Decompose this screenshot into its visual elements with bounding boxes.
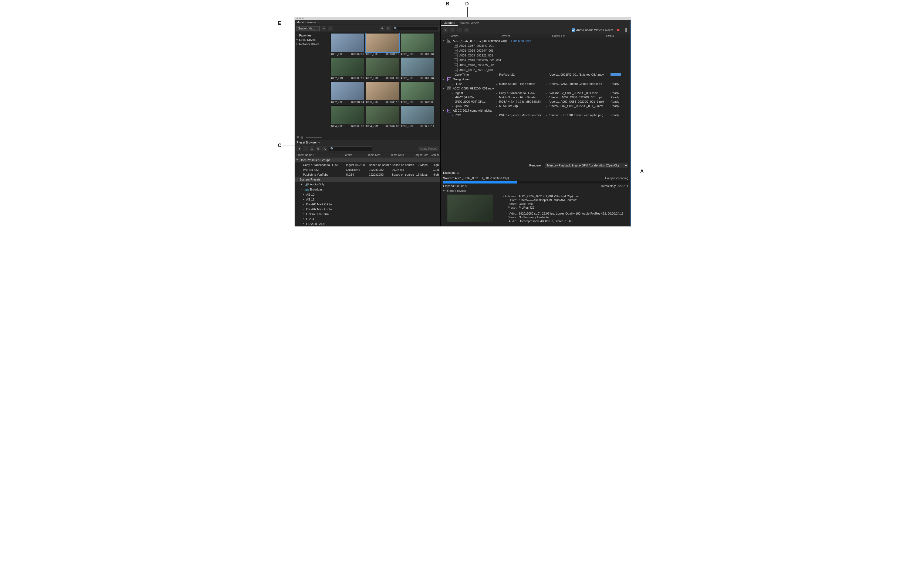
chevron-down-icon[interactable]: ⌄ xyxy=(495,82,498,85)
renderer-select[interactable]: Mercury Playback Engine GPU Acceleration… xyxy=(545,163,629,168)
queue-output[interactable]: ⌄Ingest⌄Copy & transcode to H.264⌄/Volum… xyxy=(441,91,630,95)
preset-row[interactable]: ProRes 422QuickTime1920x108029.97 fps–Cu… xyxy=(295,167,440,172)
tree-network-drives[interactable]: ▸Network Drives xyxy=(296,42,328,46)
tree-local-drives[interactable]: ▸Local Drives xyxy=(296,38,328,42)
chevron-down-icon[interactable]: ⌄ xyxy=(451,96,454,99)
queue-source[interactable]: ▭A002_C052_0922T7_001 xyxy=(441,68,630,73)
media-thumb[interactable]: A002_C05...00:00:03:04 xyxy=(401,57,434,80)
settings-button[interactable]: ⚙ xyxy=(450,28,455,32)
chevron-down-icon[interactable]: ⌄ xyxy=(545,100,548,103)
preset-subitem[interactable]: ▸AS-11 xyxy=(295,197,440,202)
chevron-down-icon[interactable]: ⌄ xyxy=(451,73,454,76)
chevron-down-icon[interactable]: ⌄ xyxy=(545,104,548,107)
queue-output[interactable]: ⌄HEVC (H.265)⌄Match Source - High Bitrat… xyxy=(441,95,630,99)
back-button[interactable]: ← xyxy=(321,26,326,31)
queue-item[interactable]: ▾🎬A002_C086_09220G_001.mov xyxy=(441,86,630,91)
queue-item[interactable]: ▾AeAE CC 2017 comp with alpha xyxy=(441,108,630,113)
chevron-down-icon[interactable]: ⌄ xyxy=(495,100,498,103)
import-preset-button[interactable]: ↘ xyxy=(322,146,327,151)
panel-menu-icon[interactable]: ≡ xyxy=(318,21,319,24)
thumb-view-icon[interactable]: ▦ xyxy=(300,136,303,139)
output-preview-toggle[interactable]: ▾ Output Preview xyxy=(441,188,630,194)
queue-item[interactable]: ▾PrGoing Home xyxy=(441,77,630,82)
zoom-dot[interactable] xyxy=(302,17,303,19)
panel-menu-icon[interactable]: ≡ xyxy=(453,21,455,24)
forward-button[interactable]: → xyxy=(328,26,333,31)
preset-subitem[interactable]: ▸AS-10 xyxy=(295,192,440,197)
queue-source[interactable]: ▭A002_C009_092221_001 xyxy=(441,53,630,58)
media-thumb[interactable]: A002_C01...00:00:03:02 xyxy=(366,57,399,80)
preset-group[interactable]: ▾System Presets xyxy=(295,177,440,182)
panel-menu-icon[interactable]: ≡ xyxy=(318,141,320,144)
chevron-down-icon[interactable]: ⌄ xyxy=(545,82,548,85)
preset-settings-button[interactable]: ⚙ xyxy=(316,146,321,151)
preset-subitem[interactable]: ▸DNxHR MXF OP1a xyxy=(295,207,440,211)
media-thumb[interactable]: A004_C00...00:00:03:02 xyxy=(330,106,364,128)
path-dropdown[interactable]: Guatemala...⌄ xyxy=(297,26,320,31)
tab-queue[interactable]: Queue ≡ xyxy=(441,20,458,26)
queue-output[interactable]: ⌄JPEG 2000 MXF OP1a⌄RGBA 4:4:4:4 12-bit … xyxy=(441,99,630,104)
tree-favorites[interactable]: ▾Favorites xyxy=(296,33,328,38)
preset-subitem[interactable]: ▸HEVC (H.265) xyxy=(295,221,440,226)
filter-icon[interactable]: ⧩ xyxy=(380,26,385,31)
chevron-down-icon[interactable]: ⌄ xyxy=(451,82,454,85)
queue-source[interactable]: ▭A001_C037_0921FG_001 xyxy=(441,43,630,48)
chevron-down-icon[interactable]: ⌄ xyxy=(495,114,498,117)
close-dot[interactable] xyxy=(297,17,298,19)
queue-output[interactable]: ⌄PNG⌄PNG Sequence (Match Source)⌄/Users/… xyxy=(441,113,630,117)
preset-row[interactable]: Publish to YouTubeH.2641920x1080Based on… xyxy=(295,172,440,177)
chevron-down-icon[interactable]: ⌄ xyxy=(451,104,454,107)
list-view-icon[interactable]: ☰ xyxy=(297,136,299,139)
add-source-button[interactable]: + xyxy=(443,28,448,32)
media-thumb[interactable]: A002_C01...00:00:08:13 xyxy=(330,57,364,80)
chevron-down-icon[interactable]: ⌄ xyxy=(451,100,454,103)
preset-subitem[interactable]: ▸H.264 xyxy=(295,216,440,221)
chevron-down-icon[interactable]: ⌄ xyxy=(545,114,548,117)
chevron-down-icon[interactable]: ⌄ xyxy=(495,104,498,107)
media-thumb[interactable]: A002_C08...00:00:04:04 xyxy=(330,81,364,104)
queue-output[interactable]: ⌄QuickTime⌄ProRes 422⌄/Users/...0921FG_0… xyxy=(441,73,630,77)
media-thumb[interactable]: A001_C06...00:00:01:18 xyxy=(366,33,399,56)
preset-subitem[interactable]: ▸DNxHD MXF OP1a xyxy=(295,202,440,207)
media-thumb[interactable]: A004_C01...00:00:02:06 xyxy=(366,106,399,128)
preset-subitem[interactable]: ▸GoPro CineForm xyxy=(295,211,440,216)
media-thumb[interactable]: A001_C03...00:00:02:08 xyxy=(330,33,364,56)
preset-row[interactable]: Copy & transcode to H.264Ingest (H.264)B… xyxy=(295,162,440,167)
queue-output[interactable]: ⌄QuickTime⌄NTSC DV 24p⌄/Users/...002_C08… xyxy=(441,104,630,108)
queue-output[interactable]: ⌄H.264⌄Match Source - High bitrate⌄/User… xyxy=(441,82,630,86)
remove-button[interactable]: − xyxy=(457,28,462,32)
chevron-down-icon[interactable]: ⌄ xyxy=(451,114,454,117)
preset-search-input[interactable]: 🔍 xyxy=(329,147,372,151)
queue-source[interactable]: ▭A002_C018_0922BW_001_001 xyxy=(441,58,630,63)
preset-category[interactable]: ▾📺Broadcast xyxy=(295,187,440,192)
chevron-down-icon[interactable]: ⌄ xyxy=(451,91,454,94)
add-preset-button[interactable]: +▾ xyxy=(297,146,301,151)
chevron-down-icon[interactable]: ⌄ xyxy=(545,96,548,99)
panel-menu-icon[interactable]: ≡ xyxy=(457,171,459,174)
chevron-down-icon[interactable]: ⌄ xyxy=(495,73,498,76)
minimize-dot[interactable] xyxy=(299,17,301,19)
zoom-slider-icon[interactable]: ○──────── xyxy=(305,136,322,139)
preset-category[interactable]: ▸🔊Audio Only xyxy=(295,182,440,187)
apply-preset-button[interactable]: Apply Preset xyxy=(418,147,439,151)
pause-button[interactable]: ‖ xyxy=(623,27,629,33)
stop-button[interactable] xyxy=(615,27,621,33)
media-search-input[interactable]: 🔍 xyxy=(393,26,439,31)
new-group-button[interactable]: 🗀 xyxy=(310,146,314,151)
duplicate-button[interactable]: ⧉ xyxy=(464,28,469,32)
media-thumb[interactable]: A005_C02...00:00:13:14 xyxy=(401,106,434,128)
queue-source[interactable]: ▭A002_C018_0922BW_001 xyxy=(441,63,630,68)
queue-item[interactable]: ▾⊞A001_C037_0921FG_001 (Stitched Clip)Hi… xyxy=(441,38,630,43)
media-thumb[interactable]: A003_C02...00:00:06:18 xyxy=(366,81,399,104)
remove-preset-button[interactable]: − xyxy=(303,146,308,151)
media-thumb[interactable]: A003_C09...00:00:06:08 xyxy=(401,81,434,104)
tab-watch-folders[interactable]: Watch Folders xyxy=(458,20,482,26)
media-thumb[interactable]: A002_C00...00:00:03:04 xyxy=(401,33,434,56)
chevron-down-icon[interactable]: ⌄ xyxy=(495,91,498,94)
ingest-icon[interactable]: ⟳ xyxy=(386,26,391,31)
auto-encode-checkbox[interactable]: Auto-Encode Watch Folders xyxy=(572,28,613,32)
chevron-down-icon[interactable]: ⌄ xyxy=(545,91,548,94)
queue-source[interactable]: ▭A001_C064_09224Y_001 xyxy=(441,48,630,53)
chevron-down-icon[interactable]: ⌄ xyxy=(495,96,498,99)
preset-group[interactable]: ▾User Presets & Groups xyxy=(295,158,440,162)
